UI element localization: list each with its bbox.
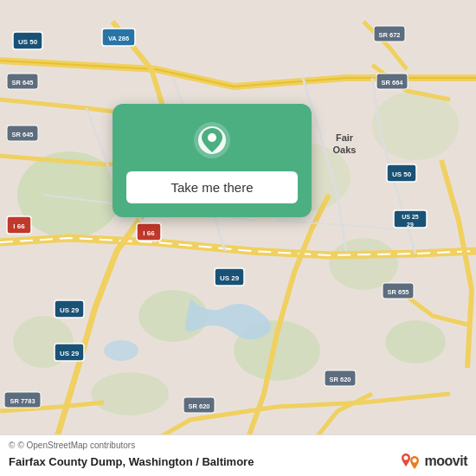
bottom-bar: © © OpenStreetMap contributors Fairfax C…: [0, 434, 476, 476]
svg-text:SR 655: SR 655: [387, 288, 408, 296]
moovit-brand-text: moovit: [425, 453, 467, 469]
svg-text:29: 29: [407, 222, 414, 228]
svg-text:US 29: US 29: [60, 350, 80, 357]
svg-text:I 66: I 66: [13, 222, 25, 230]
location-row: Fairfax County Dump, Washington / Baltim…: [9, 452, 467, 471]
svg-text:Fair: Fair: [336, 132, 354, 143]
location-pin-icon: [193, 121, 231, 159]
attribution-row: © © OpenStreetMap contributors: [9, 441, 467, 450]
svg-text:US 29: US 29: [220, 274, 240, 282]
svg-point-10: [104, 340, 138, 361]
svg-text:SR 664: SR 664: [381, 79, 403, 87]
svg-text:SR 620: SR 620: [329, 376, 351, 383]
copyright-symbol: ©: [9, 441, 15, 450]
svg-point-51: [403, 456, 408, 460]
svg-point-4: [329, 238, 398, 290]
moovit-logo: moovit: [399, 452, 467, 471]
svg-text:US 25: US 25: [402, 214, 419, 220]
svg-text:I 66: I 66: [143, 229, 155, 237]
map-background: US 50 VA 286 SR 672 SR 645 SR 664 SR 645…: [0, 0, 476, 476]
map-container: US 50 VA 286 SR 672 SR 645 SR 664 SR 645…: [0, 0, 476, 476]
svg-text:VA 286: VA 286: [108, 35, 129, 42]
svg-text:SR 645: SR 645: [11, 131, 33, 138]
svg-text:SR 672: SR 672: [378, 31, 400, 39]
take-me-there-button[interactable]: Take me there: [126, 171, 298, 203]
attribution-text: © OpenStreetMap contributors: [17, 441, 135, 450]
svg-text:SR 645: SR 645: [11, 79, 33, 87]
svg-text:US 50: US 50: [18, 38, 38, 46]
svg-text:SR 620: SR 620: [188, 402, 209, 410]
moovit-pin-icons: [399, 452, 421, 471]
svg-point-6: [91, 372, 169, 415]
svg-text:US 29: US 29: [60, 306, 80, 314]
svg-point-52: [412, 459, 416, 463]
svg-text:SR 7783: SR 7783: [10, 397, 35, 405]
svg-point-50: [208, 133, 216, 142]
svg-text:Oaks: Oaks: [333, 145, 357, 155]
svg-point-5: [385, 320, 446, 363]
svg-text:US 50: US 50: [392, 170, 412, 178]
popup-card: Take me there: [113, 104, 312, 217]
location-name: Fairfax County Dump, Washington / Baltim…: [9, 455, 254, 468]
